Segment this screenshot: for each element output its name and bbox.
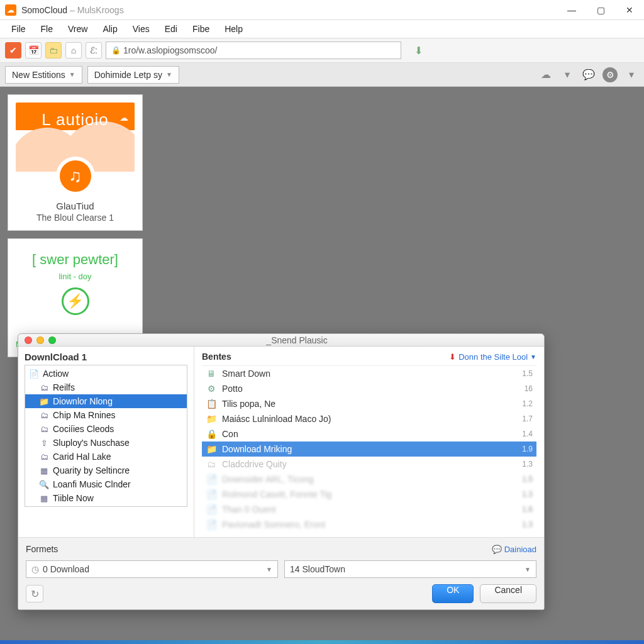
dialog-main: Bentes ⬇ Donn the Silte Lool ▼ 🖥Smart Do…: [194, 347, 544, 537]
file-label: Pavionadt Somnero, Eront: [222, 519, 325, 530]
folder-icon: 🗂: [39, 452, 49, 462]
file-item[interactable]: ⚙Potto16: [202, 381, 536, 396]
menu-file[interactable]: File: [4, 21, 33, 36]
shield-icon[interactable]: ✔: [5, 42, 21, 58]
album-title: GlauTiud: [16, 201, 135, 211]
chevron-down-icon: ▼: [266, 566, 272, 573]
minimize-traffic-icon[interactable]: [36, 336, 44, 344]
menu-bar: File Fle Vrew Alip Vies Edi Fibe Help: [0, 20, 644, 38]
calendar-icon[interactable]: 📅: [25, 42, 42, 58]
folder-icon: 📄: [29, 369, 39, 379]
refresh-icon[interactable]: ↻: [26, 585, 43, 602]
promo-title: [ swer pewter]: [16, 252, 135, 268]
file-item[interactable]: 📋Tilis popa, Ne1.2: [202, 396, 536, 411]
file-item[interactable]: 🔒Con1.4: [202, 426, 536, 441]
tree-node-label: Diownlor Nlong: [53, 396, 113, 406]
file-icon: 📄: [206, 519, 217, 530]
chevron-down-icon[interactable]: ▾: [624, 67, 639, 82]
menu-alip[interactable]: Alip: [95, 21, 125, 36]
chat-icon[interactable]: 💬: [581, 67, 596, 82]
window-controls: — ▢ ✕: [557, 0, 644, 20]
file-item[interactable]: 📁Download Mriking1.9: [202, 441, 536, 457]
zoom-traffic-icon[interactable]: [48, 336, 56, 344]
site-tool-dropdown[interactable]: ⬇ Donn the Silte Lool ▼: [449, 352, 536, 362]
close-traffic-icon[interactable]: [25, 336, 32, 344]
toolbar: ✔ 📅 🗀 ⌂ ℰ: 🔒 1ro/w.aslopiogsomscoo/ ⬇: [0, 38, 644, 63]
download-icon[interactable]: ⬇: [410, 42, 426, 58]
file-size: 1.7: [522, 414, 533, 423]
file-icon: 📄: [206, 504, 217, 514]
gear-icon[interactable]: ⚙: [602, 67, 618, 82]
download-hint[interactable]: 💬 Dainioad: [492, 545, 536, 554]
dohimide-dropdown[interactable]: Dohimide Letp sy ▼: [87, 66, 179, 84]
cloud-icon[interactable]: ☁: [538, 67, 553, 82]
folder-tree: 📄Actiow🗂Reilfs📁Diownlor Nlong🗂Chip Ma Rn…: [25, 365, 187, 507]
file-icon: 📁: [206, 414, 217, 424]
maximize-button[interactable]: ▢: [586, 0, 615, 20]
chevron-down-icon[interactable]: ▾: [560, 67, 575, 82]
album-card[interactable]: L autioio ☁ ♫ GlauTiud The Bloul Clearse…: [8, 94, 143, 231]
file-label: Cladcdrive Quity: [222, 459, 287, 469]
menu-fle[interactable]: Fle: [33, 21, 60, 36]
chevron-down-icon: ▼: [69, 71, 75, 78]
menu-vies[interactable]: Vies: [125, 21, 157, 36]
tree-node[interactable]: ▦Quarity by Seltincre: [25, 464, 187, 477]
tree-node[interactable]: 🔍Loanfi Music Clnder: [25, 477, 187, 491]
button-row: ↻ OK Cancel: [26, 584, 536, 603]
url-input[interactable]: 🔒 1ro/w.aslopiogsomscoo/: [106, 42, 401, 59]
file-item[interactable]: 🗂Cladcdrive Quity1.3: [202, 457, 536, 472]
file-label: Downsider ARL, Ticong: [222, 474, 314, 484]
tree-node[interactable]: 🗂Carid Hal Lake: [25, 450, 187, 464]
format-select-2[interactable]: 14 SloudTown ▼: [284, 560, 536, 578]
menu-view[interactable]: Vrew: [60, 21, 95, 36]
album-subtitle: The Bloul Clearse 1: [16, 213, 135, 223]
file-item[interactable]: 📄Pavionadt Somnero, Eront1.3: [202, 517, 536, 532]
menu-fibe[interactable]: Fibe: [185, 21, 217, 36]
tree-node-label: Tiible Now: [53, 493, 94, 503]
tree-node[interactable]: 📁Diownlor Nlong: [25, 394, 187, 408]
download-red-icon: ⬇: [449, 352, 456, 362]
folder-icon: ▦: [39, 494, 49, 503]
window-subtitle-text: MulsKroogs: [77, 5, 124, 15]
ok-button[interactable]: OK: [432, 584, 474, 603]
file-icon: 📄: [206, 474, 217, 484]
tree-node[interactable]: ⇧Sluploy's Nuschase: [25, 436, 187, 450]
tree-node[interactable]: ▦Tiible Now: [25, 491, 187, 505]
home-icon[interactable]: ⌂: [65, 42, 82, 58]
info-icon[interactable]: ℰ:: [86, 42, 102, 58]
tree-node[interactable]: 🗂Cociíies Cleods: [25, 422, 187, 436]
tree-node[interactable]: 🗂Reilfs: [25, 380, 187, 394]
file-label: Tilis popa, Ne: [222, 399, 275, 409]
save-dialog: _Snend Plausic DownlCload 1 📄Actiow🗂Reil…: [18, 333, 545, 610]
tree-node-label: Carid Hal Lake: [53, 452, 111, 462]
format-select-1[interactable]: ◷ 0 Download ▼: [26, 560, 278, 578]
file-item[interactable]: 📁Maiásc Lulninload Maco Jo)1.7: [202, 411, 536, 426]
close-button[interactable]: ✕: [615, 0, 644, 20]
minimize-button[interactable]: —: [557, 0, 586, 20]
power-icon[interactable]: ⚡: [62, 287, 89, 315]
tree-node[interactable]: 🗂Chip Ma Rnines: [25, 408, 187, 422]
file-item[interactable]: 🖥Smart Down1.5: [202, 366, 536, 381]
site-tool-label: Donn the Silte Lool: [458, 352, 528, 362]
file-size: 1.4: [522, 430, 533, 438]
new-editions-dropdown[interactable]: New Estitions ▼: [5, 66, 82, 84]
traffic-lights: [25, 336, 56, 344]
tree-node-label: Cociíies Cleods: [53, 424, 114, 434]
file-item[interactable]: 📄Than 0 Ouent1.6: [202, 502, 536, 517]
dialog-body: DownlCload 1 📄Actiow🗂Reilfs📁Diownlor Nlo…: [18, 347, 544, 538]
window-titlebar: ☁ SomoCloud – MulsKroogs — ▢ ✕: [0, 0, 644, 20]
folder-icon: 🗂: [39, 425, 49, 434]
menu-edit[interactable]: Edi: [157, 21, 185, 36]
lock-icon: 🔒: [111, 46, 121, 55]
file-size: 1.6: [522, 505, 533, 514]
file-item[interactable]: 📄Rolmond Casott, Fonnte Tig1.3: [202, 487, 536, 502]
dialog-titlebar[interactable]: _Snend Plausic: [18, 334, 544, 347]
tree-node[interactable]: 📄Actiow: [25, 367, 187, 380]
file-item[interactable]: 📄Downsider ARL, Ticong1.5: [202, 472, 536, 487]
app-icon: ☁: [5, 4, 16, 16]
folder-icon[interactable]: 🗀: [45, 42, 62, 58]
cancel-button[interactable]: Cancel: [480, 584, 536, 603]
menu-help[interactable]: Help: [217, 21, 250, 36]
folder-icon: ▦: [39, 466, 49, 475]
play-circle-icon[interactable]: ♫: [56, 157, 95, 196]
